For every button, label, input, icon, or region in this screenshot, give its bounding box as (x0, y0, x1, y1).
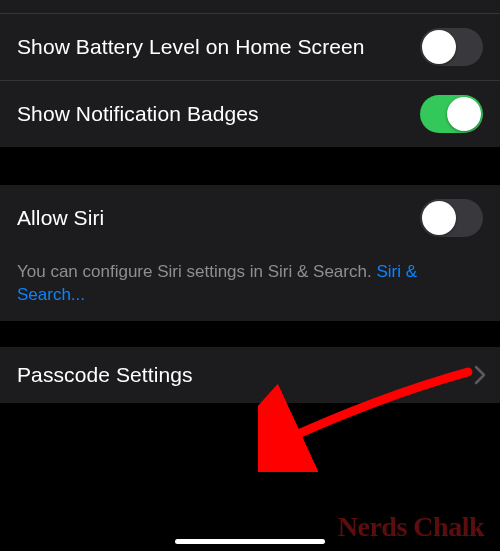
row-battery-level[interactable]: Show Battery Level on Home Screen (0, 14, 500, 80)
row-label: Passcode Settings (17, 362, 193, 388)
row-label: Show Notification Badges (17, 101, 259, 127)
row-allow-siri[interactable]: Allow Siri (0, 185, 500, 251)
chevron-right-icon (474, 365, 486, 385)
watermark-text: Nerds Chalk (338, 511, 484, 543)
siri-footer-text: You can configure Siri settings in Siri … (0, 251, 500, 321)
switch-notification-badges[interactable] (420, 95, 483, 133)
row-passcode-settings[interactable]: Passcode Settings (0, 347, 500, 403)
settings-group-passcode: Passcode Settings (0, 347, 500, 403)
row-label: Show Battery Level on Home Screen (17, 34, 365, 60)
settings-group-siri: Allow Siri You can configure Siri settin… (0, 185, 500, 321)
row-notification-badges[interactable]: Show Notification Badges (0, 80, 500, 147)
switch-allow-siri[interactable] (420, 199, 483, 237)
footer-text: You can configure Siri settings in Siri … (17, 262, 376, 281)
settings-group-display: Show Battery Level on Home Screen Show N… (0, 14, 500, 147)
row-label: Allow Siri (17, 205, 104, 231)
home-indicator[interactable] (175, 539, 325, 544)
switch-battery-level[interactable] (420, 28, 483, 66)
